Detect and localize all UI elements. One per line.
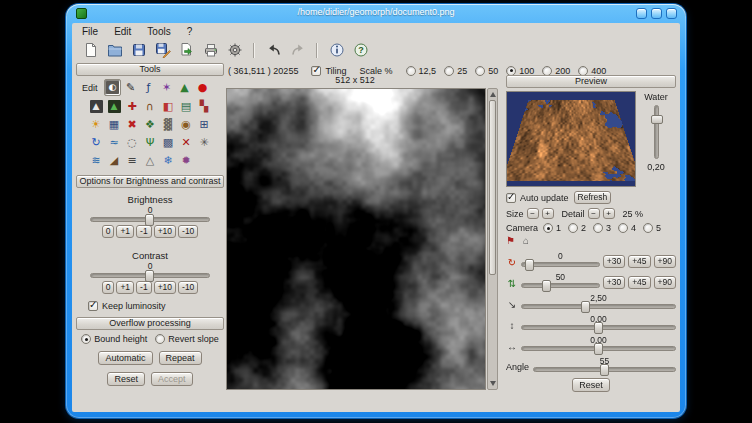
camera-option-3[interactable]: 3: [593, 223, 611, 233]
tools-accept-button[interactable]: Accept: [151, 372, 193, 386]
tool-icon-17[interactable]: ◌: [124, 134, 141, 151]
slider-thumb[interactable]: [651, 115, 663, 124]
scale-option-12-5[interactable]: 12,5: [406, 66, 437, 76]
automatic-button[interactable]: Automatic: [98, 351, 152, 365]
scroll-down-icon[interactable]: [490, 381, 496, 386]
slider-thumb[interactable]: [600, 364, 609, 376]
canvas-vertical-scrollbar[interactable]: [487, 88, 498, 390]
tools-reset-button[interactable]: Reset: [107, 372, 145, 386]
tool-icon-4[interactable]: ∩: [142, 98, 159, 115]
scroll-up-icon[interactable]: [490, 92, 496, 97]
auto-update-checkbox[interactable]: Auto update: [506, 193, 569, 203]
brightness-10-button[interactable]: -10: [178, 225, 198, 238]
tool-icon-12[interactable]: ▓: [160, 116, 177, 133]
mountain-tool[interactable]: ▲: [176, 79, 193, 96]
scale-option-100[interactable]: 100: [506, 66, 534, 76]
tool-icon-6[interactable]: ▤: [178, 98, 195, 115]
tool-icon-7[interactable]: ▚: [196, 98, 213, 115]
elevation-30-button[interactable]: +30: [603, 276, 625, 289]
save-icon[interactable]: [128, 40, 149, 60]
camera-option-5[interactable]: 5: [643, 223, 661, 233]
open-file-icon[interactable]: [104, 40, 125, 60]
close-button[interactable]: [666, 8, 677, 19]
maximize-button[interactable]: [651, 8, 662, 19]
scene-icon[interactable]: ⌂: [523, 235, 529, 246]
info-icon[interactable]: [326, 40, 347, 60]
tool-icon-24[interactable]: ≡: [124, 152, 141, 169]
rotation-30-button[interactable]: +30: [603, 255, 625, 268]
scrollbar-thumb[interactable]: [489, 100, 496, 275]
tool-icon-26[interactable]: ❄: [160, 152, 177, 169]
tool-icon-10[interactable]: ✖: [124, 116, 141, 133]
tool-icon-8[interactable]: ☀: [88, 116, 105, 133]
tool-icon-2[interactable]: ▲: [106, 98, 123, 115]
tool-icon-1[interactable]: ▲: [88, 98, 105, 115]
slider-thumb[interactable]: [542, 280, 551, 292]
brightness-0-button[interactable]: 0: [102, 225, 115, 238]
titlebar[interactable]: /home/didier/geomorph/document0.png: [66, 4, 686, 23]
elevation-90-button[interactable]: +90: [654, 276, 676, 289]
detail-decrease-button[interactable]: −: [588, 208, 600, 219]
rotation-90-button[interactable]: +90: [654, 255, 676, 268]
scale-option-25[interactable]: 25: [444, 66, 467, 76]
record-tool[interactable]: ●: [194, 79, 211, 96]
contrast-0-button[interactable]: 0: [102, 281, 115, 294]
camera-option-2[interactable]: 2: [568, 223, 586, 233]
size-decrease-button[interactable]: −: [527, 208, 539, 219]
brightness-1-button[interactable]: -1: [136, 225, 152, 238]
new-file-icon[interactable]: [80, 40, 101, 60]
function-tool[interactable]: ƒ: [140, 79, 157, 96]
contrast-10-button[interactable]: -10: [178, 281, 198, 294]
tool-icon-16[interactable]: ≈: [106, 134, 123, 151]
angle-slider[interactable]: [533, 367, 676, 372]
menu-file[interactable]: File: [82, 26, 98, 37]
slider-thumb[interactable]: [145, 214, 154, 226]
brightness-1-button[interactable]: +1: [116, 225, 134, 238]
tool-icon-27[interactable]: ✹: [178, 152, 195, 169]
tool-icon-20[interactable]: ✕: [178, 134, 195, 151]
tool-icon-15[interactable]: ↻: [88, 134, 105, 151]
tool-icon-25[interactable]: △: [142, 152, 159, 169]
magic-tool[interactable]: ✶: [158, 79, 175, 96]
tool-icon-11[interactable]: ❖: [142, 116, 159, 133]
tool-icon-9[interactable]: ▦: [106, 116, 123, 133]
horizontal-shift-slider[interactable]: [521, 346, 676, 351]
menu-tools[interactable]: Tools: [147, 26, 170, 37]
contrast-slider[interactable]: [90, 273, 210, 278]
scale-option-400[interactable]: 400: [578, 66, 606, 76]
tiling-checkbox[interactable]: Tiling: [311, 66, 346, 76]
contrast-1-button[interactable]: -1: [136, 281, 152, 294]
slider-thumb[interactable]: [594, 322, 603, 334]
menu-edit[interactable]: Edit: [114, 26, 131, 37]
tool-icon-14[interactable]: ⊞: [196, 116, 213, 133]
brightness-slider[interactable]: [90, 217, 210, 222]
preview-reset-button[interactable]: Reset: [572, 378, 610, 392]
pencil-tool[interactable]: ✎: [122, 79, 139, 96]
contrast-1-button[interactable]: +1: [116, 281, 134, 294]
menu-help[interactable]: ?: [187, 26, 193, 37]
print-icon[interactable]: [200, 40, 221, 60]
tool-icon-23[interactable]: ◢: [106, 152, 123, 169]
tool-icon-22[interactable]: ≋: [88, 152, 105, 169]
options-icon[interactable]: [224, 40, 245, 60]
help-icon[interactable]: ?: [350, 40, 371, 60]
tool-icon-3[interactable]: ✚: [124, 98, 141, 115]
slider-thumb[interactable]: [145, 270, 154, 282]
rotation-slider[interactable]: [521, 262, 600, 267]
heightmap-canvas[interactable]: [226, 88, 486, 390]
water-slider[interactable]: [654, 105, 659, 159]
export-icon[interactable]: [176, 40, 197, 60]
undo-icon[interactable]: [263, 40, 284, 60]
redo-icon[interactable]: [287, 40, 308, 60]
tool-icon-19[interactable]: ▩: [160, 134, 177, 151]
vertical-shift-slider[interactable]: [521, 325, 676, 330]
overflow-option-revert-slope[interactable]: Revert slope: [155, 334, 219, 344]
elevation-slider[interactable]: [521, 283, 600, 288]
slider-thumb[interactable]: [581, 301, 590, 313]
size-increase-button[interactable]: +: [542, 208, 554, 219]
brightness-10-button[interactable]: +10: [154, 225, 176, 238]
overflow-option-bound-height[interactable]: Bound height: [81, 334, 147, 344]
tool-icon-13[interactable]: ◉: [178, 116, 195, 133]
flag-icon[interactable]: ⚑: [506, 235, 515, 246]
tool-icon-21[interactable]: ✳: [196, 134, 213, 151]
